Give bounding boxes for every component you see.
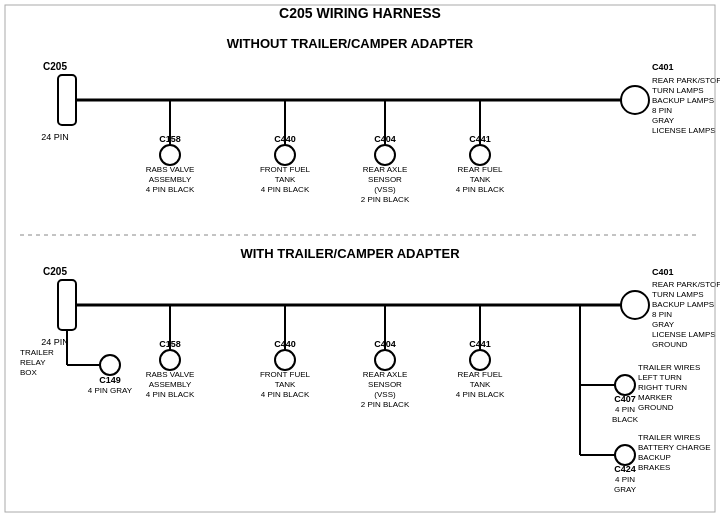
bottom-c205-connector [58, 280, 76, 330]
bottom-c205-id: C205 [43, 266, 67, 277]
bottom-c407-desc5: GROUND [638, 403, 674, 412]
bottom-c440-label3: 4 PIN BLACK [261, 390, 310, 399]
top-c401-desc1: REAR PARK/STOP [652, 76, 720, 85]
bottom-c149-connector [100, 355, 120, 375]
bottom-c407-desc2: LEFT TURN [638, 373, 682, 382]
bottom-c424-desc4: BRAKES [638, 463, 670, 472]
bottom-c424-desc3: BACKUP [638, 453, 671, 462]
bottom-c440-label1: FRONT FUEL [260, 370, 311, 379]
bottom-c401-connector [621, 291, 649, 319]
bottom-box-label: BOX [20, 368, 38, 377]
bottom-c149-id: C149 [99, 375, 121, 385]
top-c441-id: C441 [469, 134, 491, 144]
bottom-c401-desc5: GROUND [652, 340, 688, 349]
top-c158-label2: ASSEMBLY [149, 175, 192, 184]
top-c440-connector [275, 145, 295, 165]
top-c441-label2: TANK [470, 175, 491, 184]
bottom-c401-desc4: LICENSE LAMPS [652, 330, 716, 339]
bottom-c158-id: C158 [159, 339, 181, 349]
top-section-label: WITHOUT TRAILER/CAMPER ADAPTER [227, 36, 474, 51]
bottom-c158-label3: 4 PIN BLACK [146, 390, 195, 399]
bottom-c424-label1: 4 PIN [615, 475, 635, 484]
bottom-c424-label2: GRAY [614, 485, 637, 494]
top-c401-desc4: LICENSE LAMPS [652, 126, 716, 135]
bottom-c441-connector [470, 350, 490, 370]
top-c441-label3: 4 PIN BLACK [456, 185, 505, 194]
top-c401-label2: GRAY [652, 116, 675, 125]
bottom-c407-label2: BLACK [612, 415, 639, 424]
bottom-c401-label2: GRAY [652, 320, 675, 329]
top-c401-connector [621, 86, 649, 114]
bottom-c441-label1: REAR FUEL [458, 370, 503, 379]
bottom-c424-desc1: TRAILER WIRES [638, 433, 700, 442]
top-c205-id: C205 [43, 61, 67, 72]
bottom-c158-label1: RABS VALVE [146, 370, 195, 379]
bottom-c440-id: C440 [274, 339, 296, 349]
top-c158-connector [160, 145, 180, 165]
bottom-c404-id: C404 [374, 339, 396, 349]
top-c440-label3: 4 PIN BLACK [261, 185, 310, 194]
bottom-c205-label: 24 PIN [41, 337, 69, 347]
top-c158-label1: RABS VALVE [146, 165, 195, 174]
bottom-c401-label1: 8 PIN [652, 310, 672, 319]
top-c205-connector [58, 75, 76, 125]
top-c401-id: C401 [652, 62, 674, 72]
top-c440-label2: TANK [275, 175, 296, 184]
top-c404-connector [375, 145, 395, 165]
bottom-c407-id: C407 [614, 394, 636, 404]
bottom-c404-label3: (VSS) [374, 390, 396, 399]
bottom-c407-connector [615, 375, 635, 395]
bottom-c158-connector [160, 350, 180, 370]
bottom-c401-id: C401 [652, 267, 674, 277]
bottom-c158-label2: ASSEMBLY [149, 380, 192, 389]
top-c158-id: C158 [159, 134, 181, 144]
bottom-c401-desc2: TURN LAMPS [652, 290, 704, 299]
top-c158-label3: 4 PIN BLACK [146, 185, 195, 194]
top-c404-id: C404 [374, 134, 396, 144]
top-c401-label1: 8 PIN [652, 106, 672, 115]
top-c440-id: C440 [274, 134, 296, 144]
bottom-c407-desc4: MARKER [638, 393, 672, 402]
top-c404-label4: 2 PIN BLACK [361, 195, 410, 204]
bottom-relay-label: RELAY [20, 358, 46, 367]
top-c440-label1: FRONT FUEL [260, 165, 311, 174]
top-c441-label1: REAR FUEL [458, 165, 503, 174]
top-c401-desc3: BACKUP LAMPS [652, 96, 714, 105]
bottom-c441-id: C441 [469, 339, 491, 349]
bottom-c440-label2: TANK [275, 380, 296, 389]
bottom-c424-id: C424 [614, 464, 636, 474]
diagram-container: C205 WIRING HARNESS WITHOUT TRAILER/CAMP… [0, 0, 720, 517]
bottom-section-label: WITH TRAILER/CAMPER ADAPTER [240, 246, 460, 261]
bottom-c149-label: 4 PIN GRAY [88, 386, 133, 395]
bottom-c404-connector [375, 350, 395, 370]
top-c205-label: 24 PIN [41, 132, 69, 142]
bottom-c407-label1: 4 PIN [615, 405, 635, 414]
bottom-c401-desc1: REAR PARK/STOP [652, 280, 720, 289]
top-c404-label3: (VSS) [374, 185, 396, 194]
top-c404-label1: REAR AXLE [363, 165, 407, 174]
bottom-c441-label3: 4 PIN BLACK [456, 390, 505, 399]
diagram-title: C205 WIRING HARNESS [279, 5, 441, 21]
bottom-c404-label4: 2 PIN BLACK [361, 400, 410, 409]
bottom-c404-label2: SENSOR [368, 380, 402, 389]
top-c441-connector [470, 145, 490, 165]
bottom-c424-connector [615, 445, 635, 465]
bottom-c440-connector [275, 350, 295, 370]
bottom-c407-desc1: TRAILER WIRES [638, 363, 700, 372]
top-c404-label2: SENSOR [368, 175, 402, 184]
bottom-trailer-relay-label: TRAILER [20, 348, 54, 357]
bottom-c404-label1: REAR AXLE [363, 370, 407, 379]
bottom-c401-desc3: BACKUP LAMPS [652, 300, 714, 309]
bottom-c441-label2: TANK [470, 380, 491, 389]
bottom-c407-desc3: RIGHT TURN [638, 383, 687, 392]
bottom-c424-desc2: BATTERY CHARGE [638, 443, 710, 452]
top-c401-desc2: TURN LAMPS [652, 86, 704, 95]
